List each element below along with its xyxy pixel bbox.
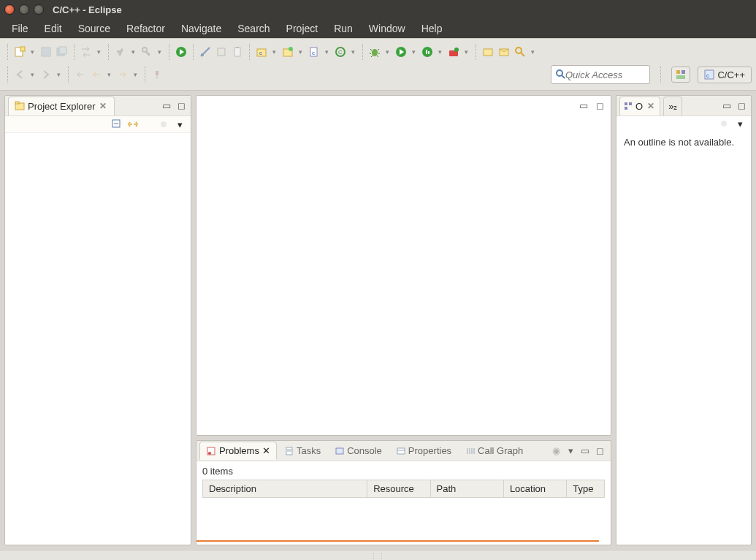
forward-dropdown[interactable]: ▾ [131, 68, 139, 81]
menu-project[interactable]: Project [279, 21, 326, 36]
menu-navigate[interactable]: Navigate [174, 21, 229, 36]
switch-icon[interactable] [80, 45, 93, 58]
menu-help[interactable]: Help [414, 21, 450, 36]
close-icon[interactable]: ✕ [262, 445, 270, 456]
minimize-editor-icon[interactable]: ▭ [579, 100, 589, 110]
view-menu-icon[interactable]: ▾ [175, 119, 185, 129]
menu-refactor[interactable]: Refactor [119, 21, 172, 36]
maximize-editor-icon[interactable]: ◻ [595, 100, 605, 110]
svg-rect-36 [676, 75, 685, 79]
close-icon[interactable]: ✕ [646, 101, 656, 111]
column-type[interactable]: Type [567, 480, 604, 497]
outline-tab[interactable]: O ✕ [619, 97, 660, 116]
run-last-dropdown[interactable]: ▾ [410, 45, 417, 58]
column-resource[interactable]: Resource [367, 480, 430, 497]
build-icon[interactable] [114, 45, 127, 58]
maximize-view-icon[interactable]: ◻ [736, 101, 747, 111]
quick-access-input[interactable] [565, 69, 645, 80]
external-tools-dropdown[interactable]: ▾ [462, 45, 470, 58]
maximize-view-icon[interactable]: ◻ [595, 446, 605, 456]
switch-dropdown[interactable]: ▾ [95, 45, 102, 58]
new-class-icon[interactable]: C [334, 45, 347, 58]
minimize-view-icon[interactable]: ▭ [722, 101, 732, 111]
new-c-file-icon[interactable]: c [308, 45, 321, 58]
wrench-icon[interactable] [140, 45, 153, 58]
focus-task-icon[interactable] [159, 119, 169, 129]
toolbar-separator [362, 44, 363, 60]
menu-search[interactable]: Search [230, 21, 277, 36]
new-icon[interactable] [13, 45, 26, 58]
make-targets-tab[interactable]: »₂ [663, 97, 682, 116]
wrench-dropdown[interactable]: ▾ [156, 45, 163, 58]
save-icon[interactable] [39, 45, 53, 58]
last-edit-icon[interactable] [74, 68, 87, 81]
menu-source[interactable]: Source [71, 21, 118, 36]
new-folder-dropdown[interactable]: ▾ [297, 45, 304, 58]
toolbar-separator [249, 44, 250, 60]
profile-icon[interactable] [421, 45, 434, 58]
run-icon[interactable] [175, 45, 188, 58]
maximize-view-icon[interactable]: ◻ [176, 101, 186, 111]
view-menu-icon[interactable]: ▾ [565, 446, 576, 456]
close-icon[interactable]: ✕ [98, 101, 108, 111]
new-folder-icon[interactable] [281, 45, 294, 58]
perspective-c-cpp-button[interactable]: c C/C++ [698, 67, 752, 83]
run-last-icon[interactable] [394, 45, 408, 58]
window-minimize-button[interactable] [19, 4, 29, 15]
debug-icon[interactable] [368, 45, 381, 58]
window-maximize-button[interactable] [34, 4, 44, 15]
step-icon[interactable] [215, 45, 228, 58]
project-explorer-tab[interactable]: Project Explorer ✕ [8, 97, 115, 116]
minimize-view-icon[interactable]: ▭ [161, 101, 172, 111]
view-menu-icon[interactable]: ▾ [735, 118, 745, 129]
search-dropdown[interactable]: ▾ [529, 45, 536, 58]
next-annotation-dropdown[interactable]: ▾ [55, 68, 62, 81]
search-icon[interactable] [513, 45, 527, 58]
toggle-breakpoint-icon[interactable] [199, 45, 212, 58]
new-c-project-icon[interactable]: c [255, 45, 268, 58]
new-class-dropdown[interactable]: ▾ [349, 45, 356, 58]
column-description[interactable]: Description [203, 480, 367, 497]
debug-dropdown[interactable]: ▾ [383, 45, 391, 58]
quick-access-field[interactable] [551, 65, 650, 84]
new-c-project-dropdown[interactable]: ▾ [270, 45, 278, 58]
menu-file[interactable]: File [4, 21, 36, 36]
tab-tasks[interactable]: Tasks [278, 442, 327, 460]
clipboard-icon[interactable] [231, 45, 244, 58]
open-task-icon[interactable] [497, 45, 511, 58]
menu-edit[interactable]: Edit [37, 21, 69, 36]
window-close-button[interactable] [4, 4, 15, 15]
prev-annotation-dropdown[interactable]: ▾ [28, 68, 36, 81]
prev-annotation-icon[interactable] [13, 68, 26, 81]
focus-icon[interactable]: ◉ [551, 446, 561, 456]
back-icon[interactable] [90, 68, 103, 81]
tab-properties[interactable]: Properties [390, 442, 458, 460]
tab-console[interactable]: Console [329, 442, 389, 460]
open-type-icon[interactable] [481, 45, 495, 58]
tab-problems[interactable]: Problems ✕ [199, 442, 277, 460]
external-tools-icon[interactable] [447, 45, 460, 58]
menu-run[interactable]: Run [327, 21, 360, 36]
profile-dropdown[interactable]: ▾ [436, 45, 443, 58]
project-explorer-body[interactable] [5, 133, 191, 545]
link-editor-icon[interactable] [128, 119, 138, 129]
build-dropdown[interactable]: ▾ [129, 45, 137, 58]
open-perspective-button[interactable] [671, 67, 690, 83]
menu-window[interactable]: Window [362, 21, 413, 36]
minimize-view-icon[interactable]: ▭ [580, 446, 590, 456]
column-path[interactable]: Path [431, 480, 504, 497]
column-location[interactable]: Location [504, 480, 567, 497]
new-c-file-dropdown[interactable]: ▾ [323, 45, 330, 58]
forward-icon[interactable] [116, 68, 129, 81]
save-all-icon[interactable] [56, 45, 69, 58]
collapse-all-icon[interactable] [112, 119, 122, 129]
focus-icon[interactable] [719, 118, 729, 129]
resize-grip-icon[interactable]: ⋮⋮ [370, 553, 386, 560]
new-dropdown[interactable]: ▾ [28, 45, 36, 58]
editor-area[interactable]: ▭ ◻ [196, 95, 611, 436]
svg-text:c: c [706, 72, 709, 79]
next-annotation-icon[interactable] [39, 68, 53, 81]
pin-icon[interactable] [150, 68, 164, 81]
back-dropdown[interactable]: ▾ [105, 68, 112, 81]
tab-call-graph[interactable]: Call Graph [459, 442, 530, 460]
